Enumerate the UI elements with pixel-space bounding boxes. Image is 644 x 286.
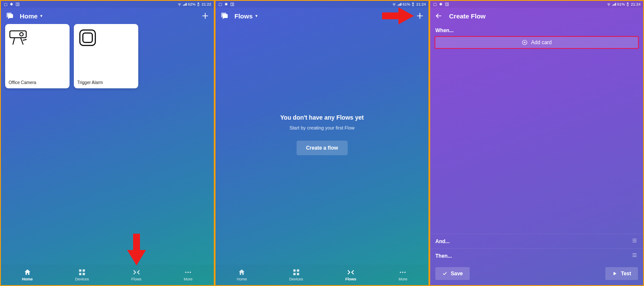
svg-rect-0: [10, 31, 26, 38]
nav-label: Flows: [345, 277, 356, 281]
svg-point-8: [185, 272, 187, 273]
nav-more[interactable]: More: [184, 268, 193, 281]
signal-icon: [182, 2, 187, 6]
settings-icon: ✱: [224, 2, 228, 6]
battery-icon: [411, 2, 415, 6]
svg-rect-6: [79, 273, 81, 275]
content-area: When... Add card And... Then...: [430, 24, 643, 285]
header-title: Create Flow: [449, 12, 486, 20]
header: Home ▾: [1, 8, 214, 24]
settings-icon: ✱: [9, 2, 14, 6]
empty-subtitle: Start by creating your first Flow: [280, 125, 364, 130]
camera-icon: [9, 27, 30, 49]
test-button[interactable]: Test: [605, 267, 638, 280]
settings-icon: ✱: [439, 2, 443, 6]
key-icon: ⚿: [15, 2, 20, 6]
signal-icon: [612, 2, 616, 6]
and-label: And...: [435, 238, 450, 244]
when-label: When...: [430, 24, 643, 36]
menu-icon: [631, 252, 638, 259]
status-bar: ▢ ✱ ⚿ 62% 21:22: [1, 1, 214, 8]
header-title-dropdown[interactable]: Home ▾: [20, 12, 43, 20]
wifi-icon: [177, 2, 182, 6]
content-area: You don't have any Flows yet Start by cr…: [216, 24, 428, 265]
nav-label: Home: [237, 277, 247, 281]
status-bar: ▢ ✱ ⚿ 61% 21:24: [216, 1, 428, 8]
battery-percent: 61%: [402, 2, 410, 6]
signal-icon: [397, 2, 401, 6]
then-section[interactable]: Then...: [430, 248, 643, 263]
svg-point-9: [188, 272, 189, 273]
svg-rect-13: [293, 273, 295, 275]
chevron-down-icon: ▾: [255, 14, 258, 18]
nav-label: More: [398, 277, 407, 281]
svg-rect-7: [83, 273, 85, 275]
svg-rect-12: [297, 269, 299, 271]
svg-point-16: [402, 272, 404, 273]
save-label: Save: [451, 271, 463, 277]
header-title: Flows: [234, 12, 253, 20]
header-title: Home: [20, 12, 38, 20]
nav-label: Flows: [131, 277, 142, 281]
battery-icon: [626, 2, 630, 6]
chat-icon[interactable]: [5, 12, 14, 20]
check-icon: [442, 271, 447, 276]
nav-devices[interactable]: Devices: [75, 268, 89, 281]
create-flow-button[interactable]: Create a flow: [297, 141, 348, 155]
empty-title: You don't have any Flows yet: [280, 114, 364, 121]
nav-flows[interactable]: Flows: [345, 268, 356, 281]
svg-rect-2: [80, 30, 95, 45]
svg-point-10: [190, 272, 191, 273]
battery-percent: 62%: [188, 2, 195, 6]
screen-create-flow: ▢ ✱ ⚿ 61% 21:24 Create Flow When...: [429, 0, 644, 286]
back-button[interactable]: [434, 12, 443, 20]
nav-label: More: [184, 277, 193, 281]
chevron-down-icon: ▾: [40, 14, 43, 18]
bottom-nav: Home Devices Flows More: [1, 265, 214, 285]
clock-time: 21:24: [631, 2, 641, 6]
and-section[interactable]: And...: [430, 234, 643, 248]
battery-icon: [196, 2, 200, 6]
chat-icon[interactable]: [220, 12, 228, 20]
svg-rect-3: [83, 33, 92, 42]
nav-flows[interactable]: Flows: [131, 268, 142, 281]
picture-icon: ▢: [3, 2, 8, 6]
svg-point-15: [400, 272, 401, 273]
device-card[interactable]: Trigger Alarm: [74, 24, 138, 88]
key-icon: ⚿: [230, 2, 234, 6]
nav-home[interactable]: Home: [22, 268, 33, 281]
header-title-dropdown[interactable]: Flows ▾: [234, 12, 258, 20]
add-flow-button[interactable]: [416, 12, 424, 20]
picture-icon: ▢: [433, 2, 437, 6]
then-label: Then...: [435, 253, 452, 259]
battery-percent: 61%: [617, 2, 625, 6]
menu-icon: [631, 238, 638, 245]
add-button[interactable]: [201, 12, 210, 20]
test-label: Test: [621, 271, 631, 277]
header: Create Flow: [430, 8, 643, 24]
device-card[interactable]: Office Camera: [5, 24, 70, 88]
nav-label: Home: [22, 277, 33, 281]
save-button[interactable]: Save: [435, 267, 470, 280]
nav-home[interactable]: Home: [237, 268, 247, 281]
button-icon: [77, 27, 99, 49]
device-label: Office Camera: [9, 80, 66, 85]
bottom-nav: Home Devices Flows More: [216, 265, 428, 285]
nav-devices[interactable]: Devices: [289, 268, 303, 281]
svg-point-17: [404, 272, 406, 273]
content-area: Office Camera Trigger Alarm: [1, 24, 214, 265]
key-icon: ⚿: [445, 2, 449, 6]
status-bar: ▢ ✱ ⚿ 61% 21:24: [430, 1, 643, 8]
plus-circle-icon: [522, 39, 528, 45]
clock-time: 21:22: [201, 2, 211, 6]
svg-point-1: [20, 33, 23, 36]
clock-time: 21:24: [416, 2, 426, 6]
play-icon: [612, 271, 617, 276]
nav-label: Devices: [75, 277, 89, 281]
svg-rect-14: [297, 273, 299, 275]
svg-rect-4: [79, 269, 81, 271]
nav-label: Devices: [289, 277, 303, 281]
nav-more[interactable]: More: [398, 268, 407, 281]
svg-rect-5: [83, 269, 85, 271]
add-card-button[interactable]: Add card: [434, 36, 639, 49]
